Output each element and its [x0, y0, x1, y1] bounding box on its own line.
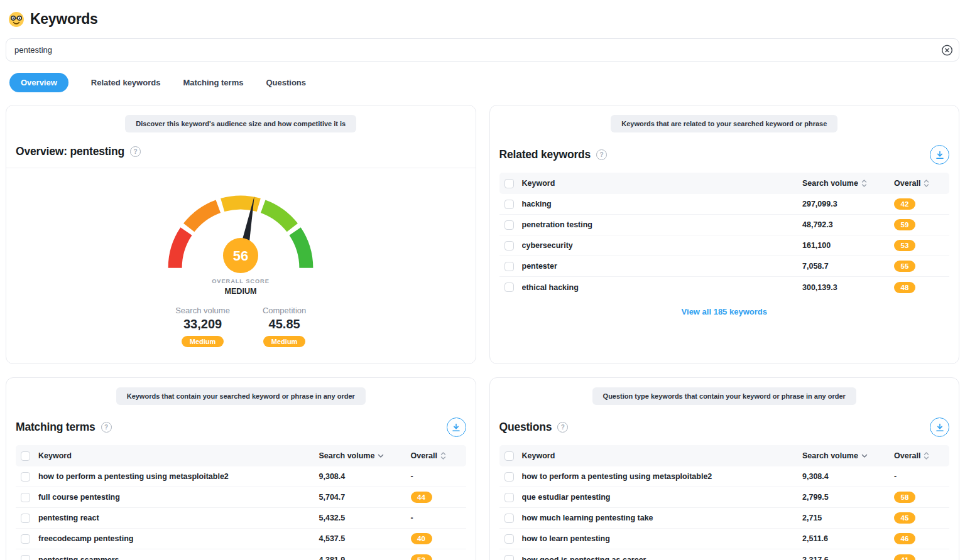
tab-matching-terms[interactable]: Matching terms	[183, 73, 243, 92]
matching-card-title: Matching terms	[16, 421, 95, 434]
row-checkbox[interactable]	[504, 262, 514, 271]
row-checkbox[interactable]	[504, 472, 514, 482]
page-title: Keywords	[30, 11, 98, 28]
search-input[interactable]	[6, 38, 959, 62]
tabs: Overview Related keywords Matching terms…	[6, 72, 959, 105]
questions-table: Keyword Search volume Overall how to per…	[499, 445, 950, 560]
row-checkbox[interactable]	[21, 555, 30, 560]
sort-up-down-icon	[440, 451, 446, 460]
table-row: pentester 7,058.7 55	[499, 256, 950, 277]
clear-search-icon[interactable]	[941, 44, 953, 56]
related-keywords-card: Keywords that are related to your search…	[489, 105, 960, 364]
overall-score-badge: 58	[894, 492, 915, 503]
table-row: pentesting scammers 4,381.9 52	[16, 549, 466, 560]
help-icon[interactable]: ?	[130, 146, 141, 157]
chevron-down-icon	[378, 454, 384, 458]
gauge-score-value: 56	[233, 248, 248, 264]
table-row: pentesting react 5,432.5 -	[16, 508, 466, 529]
download-button[interactable]	[447, 417, 466, 437]
search-volume-cell: 300,139.3	[802, 283, 894, 292]
related-keywords-table: Keyword Search volume Overall hacking 29…	[499, 173, 950, 298]
overview-metrics: Search volume 33,209 Medium Competition …	[16, 299, 466, 357]
column-overall-sort[interactable]: Overall	[894, 451, 949, 460]
keyword-cell: hacking	[522, 200, 803, 208]
overview-card-tooltip: Discover this keyword's audience size an…	[125, 115, 356, 132]
search-volume-cell: 9,308.4	[319, 472, 411, 481]
overall-score-badge: -	[411, 514, 413, 522]
table-row: how to perform a pentesting using metasp…	[16, 466, 466, 487]
column-overall-sort[interactable]: Overall	[894, 179, 949, 188]
table-row: full course pentesting 5,704.7 44	[16, 487, 466, 508]
metric-level-badge: Medium	[182, 336, 224, 347]
row-checkbox[interactable]	[21, 493, 30, 502]
gauge-level: MEDIUM	[225, 287, 257, 296]
metric-value: 33,209	[175, 317, 230, 331]
column-keyword: Keyword	[522, 179, 803, 188]
column-label: Search volume	[802, 451, 858, 460]
column-search-volume-sort[interactable]: Search volume	[802, 179, 894, 188]
column-label: Overall	[894, 451, 920, 460]
app-header: Keywords	[6, 0, 959, 37]
overview-card: Discover this keyword's audience size an…	[6, 105, 476, 364]
column-search-volume-sort[interactable]: Search volume	[319, 451, 411, 460]
row-checkbox[interactable]	[504, 220, 514, 230]
column-label: Overall	[894, 179, 920, 188]
table-header: Keyword Search volume Overall	[16, 445, 466, 466]
tab-questions[interactable]: Questions	[266, 73, 306, 92]
overall-score-gauge: 56 OVERALL SCORE MEDIUM	[16, 168, 466, 299]
matching-terms-card: Keywords that contain your searched keyw…	[6, 377, 476, 560]
overall-score-badge: 44	[411, 492, 432, 503]
row-checkbox[interactable]	[21, 472, 30, 482]
column-overall-sort[interactable]: Overall	[411, 451, 466, 460]
keyword-cell: full course pentesting	[38, 493, 319, 502]
gauge-caption: OVERALL SCORE	[212, 278, 270, 284]
help-icon[interactable]: ?	[101, 422, 112, 433]
search-volume-cell: 7,058.7	[802, 262, 894, 271]
row-checkbox[interactable]	[21, 534, 30, 544]
search-volume-cell: 4,537.5	[319, 534, 411, 543]
keyword-cell: pentesting react	[38, 514, 319, 522]
select-all-checkbox[interactable]	[21, 451, 30, 461]
gauge-segment-red	[175, 232, 187, 268]
table-row: how good is pentesting as career 2,317.6…	[499, 549, 950, 560]
select-all-checkbox[interactable]	[504, 179, 514, 188]
column-label: Overall	[411, 451, 437, 460]
search-volume-cell: 9,308.4	[802, 472, 894, 481]
metric-level-badge: Medium	[263, 336, 306, 347]
search-volume-cell: 161,100	[802, 241, 894, 250]
view-all-keywords-link[interactable]: View all 185 keywords	[499, 298, 950, 321]
keyword-cell: freecodecamp pentesting	[38, 534, 319, 543]
download-button[interactable]	[930, 145, 949, 164]
row-checkbox[interactable]	[504, 493, 514, 502]
search-volume-cell: 297,099.3	[802, 200, 894, 208]
help-icon[interactable]: ?	[557, 422, 568, 433]
download-icon	[935, 151, 944, 159]
row-checkbox[interactable]	[504, 555, 514, 560]
keyword-cell: penetration testing	[522, 220, 803, 229]
overall-score-badge: 59	[894, 219, 915, 230]
overall-score-badge: 40	[411, 533, 432, 544]
column-label: Keyword	[38, 451, 72, 460]
tab-overview[interactable]: Overview	[9, 73, 68, 92]
overview-card-title: Overview: pentesting	[16, 145, 124, 158]
chevron-down-icon	[861, 454, 868, 458]
overall-score-badge: -	[411, 472, 413, 481]
row-checkbox[interactable]	[504, 514, 514, 523]
table-header: Keyword Search volume Overall	[499, 445, 950, 466]
column-search-volume-sort[interactable]: Search volume	[802, 451, 894, 460]
table-row: how much learning pentesting take 2,715 …	[499, 508, 950, 529]
sort-up-down-icon	[924, 179, 929, 188]
row-checkbox[interactable]	[504, 283, 514, 292]
row-checkbox[interactable]	[504, 534, 514, 544]
search-volume-cell: 2,799.5	[802, 493, 894, 502]
select-all-checkbox[interactable]	[504, 451, 514, 461]
matching-card-tooltip: Keywords that contain your searched keyw…	[116, 387, 366, 405]
download-button[interactable]	[930, 417, 949, 437]
cards-grid: Discover this keyword's audience size an…	[6, 105, 959, 560]
tab-related-keywords[interactable]: Related keywords	[91, 73, 161, 92]
row-checkbox[interactable]	[21, 514, 30, 523]
table-row: cybersecurity 161,100 53	[499, 235, 950, 256]
row-checkbox[interactable]	[504, 200, 514, 209]
help-icon[interactable]: ?	[596, 149, 607, 160]
row-checkbox[interactable]	[504, 241, 514, 250]
